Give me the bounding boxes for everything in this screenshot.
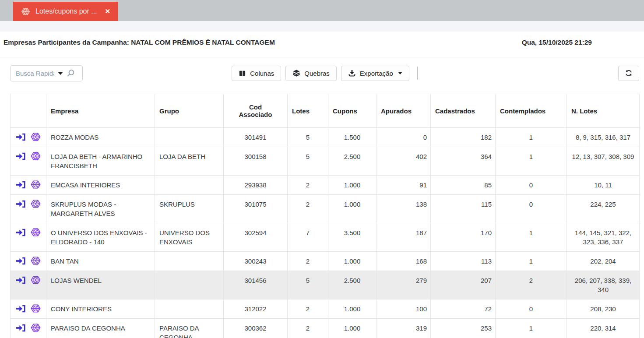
sign-in-arrow-icon[interactable]: [16, 323, 26, 333]
exportacao-caret-icon: [398, 72, 402, 74]
cell-empresa: EMCASA INTERIORES: [46, 176, 155, 195]
cell-cadastrados: 113: [431, 252, 496, 271]
hexagon-web-icon[interactable]: [30, 303, 41, 313]
sign-in-arrow-icon[interactable]: [16, 132, 26, 142]
cell-lotes: 7: [288, 223, 328, 252]
sign-in-arrow-icon[interactable]: [16, 151, 26, 161]
exportacao-label: Exportação: [360, 70, 393, 77]
cell-lotes: 5: [288, 147, 328, 176]
table-row[interactable]: BAN TAN30024321.0001681131202, 204: [11, 252, 640, 271]
colunas-button[interactable]: Colunas: [232, 66, 281, 81]
tab-close-icon[interactable]: ✕: [105, 7, 111, 15]
cell-grupo: [155, 271, 224, 299]
cell-contemplados: 2: [496, 271, 567, 299]
cell-apurados: 100: [377, 299, 431, 319]
table-header-row: EmpresaGrupoCod AssociadoLotesCuponsApur…: [11, 94, 640, 128]
row-actions-cell: [11, 176, 46, 195]
cell-empresa: SKRUPLUS MODAS - MARGARETH ALVES: [46, 195, 155, 223]
column-header-cadastrados[interactable]: Cadastrados: [431, 94, 496, 128]
column-header-contemplados[interactable]: Contemplados: [496, 94, 567, 128]
column-header-grupo[interactable]: Grupo: [155, 94, 224, 128]
hexagon-web-icon[interactable]: [30, 199, 41, 209]
sign-in-arrow-icon[interactable]: [16, 228, 26, 237]
cell-contemplados: 1: [496, 128, 567, 147]
table-row[interactable]: ROZZA MODAS30149151.500018218, 9, 315, 3…: [11, 128, 640, 147]
cell-grupo: LOJA DA BETH: [155, 147, 224, 176]
tab-lotes-cupons[interactable]: Lotes/cupons por ... ✕: [13, 2, 118, 21]
cell-cod: 300243: [224, 252, 288, 271]
hexagon-web-icon[interactable]: [30, 132, 41, 142]
column-header-lotes[interactable]: Lotes: [288, 94, 328, 128]
cell-empresa: PARAISO DA CEGONHA: [46, 319, 155, 338]
cell-nlotes: 8, 9, 315, 316, 317: [567, 128, 640, 147]
cell-nlotes: 208, 230: [567, 299, 640, 319]
table-row[interactable]: LOJAS WENDEL30145652.5002792072206, 207,…: [11, 271, 640, 299]
hexagon-web-icon[interactable]: [30, 151, 41, 161]
quick-search-box[interactable]: [10, 65, 83, 81]
sign-in-arrow-icon[interactable]: [16, 256, 26, 266]
hexagon-web-icon[interactable]: [30, 323, 41, 333]
cell-contemplados: 0: [496, 176, 567, 195]
column-header-empresa[interactable]: Empresa: [46, 94, 155, 128]
cell-contemplados: 0: [496, 195, 567, 223]
cell-grupo: PARAISO DA CEGONHA: [155, 319, 224, 338]
cell-cupons: 1.000: [328, 176, 377, 195]
table-row[interactable]: SKRUPLUS MODAS - MARGARETH ALVESSKRUPLUS…: [11, 195, 640, 223]
cell-cadastrados: 364: [431, 147, 496, 176]
table-row[interactable]: CONY INTERIORES31202221.000100720208, 23…: [11, 299, 640, 319]
exportacao-button[interactable]: Exportação: [341, 66, 409, 81]
cell-apurados: 91: [377, 176, 431, 195]
column-header-cod[interactable]: Cod Associado: [224, 94, 288, 128]
hexagon-web-icon[interactable]: [30, 256, 41, 266]
cell-lotes: 5: [288, 271, 328, 299]
cell-cod: 300362: [224, 319, 288, 338]
row-actions-cell: [11, 319, 46, 338]
hexagon-web-icon[interactable]: [30, 275, 41, 285]
column-header-icons: [11, 94, 46, 128]
search-input[interactable]: [16, 70, 54, 77]
cell-cod: 301491: [224, 128, 288, 147]
header-band: Empresas Participantes da Campanha: NATA…: [0, 32, 644, 57]
column-header-nlotes[interactable]: N. Lotes: [567, 94, 640, 128]
cell-nlotes: 202, 204: [567, 252, 640, 271]
hexagon-web-icon[interactable]: [30, 180, 41, 190]
cell-cupons: 1.000: [328, 299, 377, 319]
table-row[interactable]: O UNIVERSO DOS ENXOVAIS - ELDORADO - 140…: [11, 223, 640, 252]
cell-empresa: LOJA DA BETH - ARMARINHO FRANCISBETH: [46, 147, 155, 176]
column-header-cupons[interactable]: Cupons: [328, 94, 377, 128]
row-actions-cell: [11, 271, 46, 299]
cell-cupons: 1.500: [328, 128, 377, 147]
cell-empresa: BAN TAN: [46, 252, 155, 271]
colunas-label: Colunas: [250, 70, 274, 77]
cell-cadastrados: 182: [431, 128, 496, 147]
refresh-button[interactable]: [618, 66, 639, 81]
column-header-apurados[interactable]: Apurados: [377, 94, 431, 128]
sub-strip: [0, 21, 644, 32]
table-row[interactable]: LOJA DA BETH - ARMARINHO FRANCISBETHLOJA…: [11, 147, 640, 176]
table-row[interactable]: EMCASA INTERIORES29393821.0009185010, 11: [11, 176, 640, 195]
cell-cupons: 1.000: [328, 319, 377, 338]
refresh-icon: [625, 69, 633, 77]
sign-in-arrow-icon[interactable]: [16, 275, 26, 285]
search-caret-icon[interactable]: [58, 72, 63, 75]
table-row[interactable]: PARAISO DA CEGONHAPARAISO DA CEGONHA3003…: [11, 319, 640, 338]
cell-cadastrados: 253: [431, 319, 496, 338]
cell-grupo: [155, 176, 224, 195]
quebras-button[interactable]: Quebras: [285, 66, 337, 81]
cell-contemplados: 1: [496, 147, 567, 176]
hexagon-web-icon[interactable]: [30, 227, 41, 237]
sign-in-arrow-icon[interactable]: [16, 180, 26, 190]
sign-in-arrow-icon[interactable]: [16, 199, 26, 209]
cell-cod: 300158: [224, 147, 288, 176]
cell-apurados: 187: [377, 223, 431, 252]
magnifier-icon[interactable]: [67, 69, 75, 77]
row-actions-cell: [11, 128, 46, 147]
cell-grupo: UNIVERSO DOS ENXOVAIS: [155, 223, 224, 252]
cell-empresa: LOJAS WENDEL: [46, 271, 155, 299]
cell-apurados: 168: [377, 252, 431, 271]
page-title: Empresas Participantes da Campanha: NATA…: [4, 39, 275, 46]
sign-in-arrow-icon[interactable]: [16, 304, 26, 313]
cell-cod: 301075: [224, 195, 288, 223]
cell-nlotes: 224, 225: [567, 195, 640, 223]
cell-lotes: 2: [288, 319, 328, 338]
